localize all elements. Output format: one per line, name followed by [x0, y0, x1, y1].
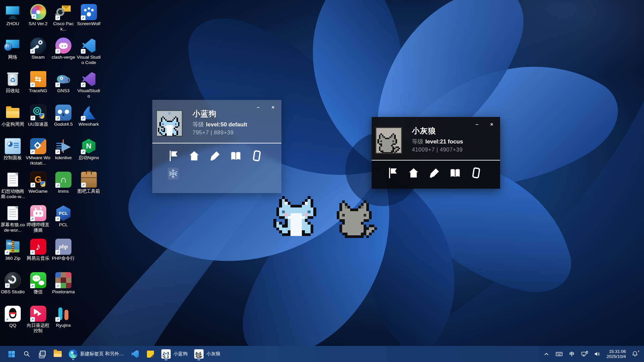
close-button[interactable]: ×	[488, 120, 495, 128]
shortcut-arrow-icon	[55, 317, 60, 322]
pixelorama-icon	[55, 272, 71, 288]
notification-bell-button[interactable]: z	[629, 347, 641, 361]
desktop-icon-weixin[interactable]: 微信	[26, 272, 51, 295]
wired-network-icon	[581, 350, 588, 358]
search-button[interactable]	[20, 347, 34, 361]
desktop-icon-cisco[interactable]: Cisco Pack...	[51, 3, 76, 32]
desktop-icon-vstudio[interactable]: VisualStudio	[76, 70, 101, 99]
desktop-icon-wireshark[interactable]: Wireshark	[76, 104, 101, 127]
shortcut-arrow-icon	[81, 116, 86, 121]
desktop-icon-label: 回收站	[0, 88, 25, 94]
desktop-icon-label: UU加速器	[26, 122, 51, 127]
grey-wolf-window-button[interactable]: 小灰狼	[192, 347, 223, 361]
desktop-icon-obs[interactable]: OBS Studio	[0, 272, 25, 295]
desktop-icon-sunflower[interactable]: 向日葵远程控制	[26, 305, 51, 334]
desktop-icon-netease[interactable]: ♪网易云音乐	[26, 238, 51, 261]
desktop-icon-huishouzhan[interactable]: ♻回收站	[0, 70, 25, 94]
clock-button[interactable]: 15:31:06 2025/10/4	[604, 347, 628, 361]
notification-bell-icon	[631, 350, 639, 358]
desktop-icon-vscode[interactable]: Visual Studio Code	[76, 37, 101, 65]
flag-tool-icon[interactable]	[167, 149, 180, 162]
desktop-icon-zhou[interactable]: ZHOU	[0, 3, 25, 26]
network-button[interactable]	[579, 347, 590, 361]
desktop-icon-traceng[interactable]: ⇆TraceNG	[26, 70, 51, 94]
grey-wolf-pet-sprite[interactable]	[337, 200, 377, 238]
touch-keyboard-button[interactable]	[553, 347, 565, 361]
desktop-icon-pixelorama[interactable]: Pixelorama	[51, 272, 76, 295]
desktop-icon-bili[interactable]: 哔哩哔哩直播姬	[26, 204, 51, 233]
desktop-icon-uu[interactable]: UU加速器	[26, 104, 51, 127]
desktop-icon-label: 哔哩哔哩直播姬	[26, 222, 51, 233]
sai-icon	[30, 4, 46, 20]
desktop-icon-phpcli[interactable]: phpPHP命令行	[51, 238, 76, 261]
notes-taskbar-button[interactable]	[144, 347, 157, 361]
shortcut-arrow-icon	[55, 15, 60, 20]
traceng-icon: ⇆	[30, 71, 46, 87]
desktop-icon-doc1[interactable]: 幻想动物画廊.code-w...	[0, 171, 25, 199]
start-button[interactable]	[5, 347, 18, 361]
desktop-icon-wegame[interactable]: GWeGame	[26, 171, 51, 194]
home-tool-icon[interactable]	[407, 167, 420, 179]
desktop-icon-vmware[interactable]: VMware Workstati...	[26, 137, 51, 166]
desktop-icon-doc2[interactable]: 屏幕有狼.code-wor...	[0, 204, 25, 233]
desktop-icon-gns3[interactable]: GNS3	[51, 70, 76, 94]
desktop-icon-godot[interactable]: Godot4.5	[51, 104, 76, 127]
home-tool-icon[interactable]	[188, 149, 201, 162]
task-view-button[interactable]	[36, 347, 49, 361]
uu-icon	[30, 105, 46, 121]
file-explorer-button[interactable]	[51, 347, 64, 361]
phone-tool-icon[interactable]	[470, 167, 482, 179]
vscode-taskbar-button[interactable]	[128, 347, 142, 361]
shortcut-arrow-icon	[55, 217, 60, 221]
desktop-icon-ryujinx[interactable]: #Ryujinx	[51, 305, 76, 328]
desktop-icon-qq[interactable]: QQ	[0, 305, 25, 328]
level-label: 等级	[412, 138, 423, 145]
minimize-button[interactable]: –	[473, 120, 481, 128]
shortcut-arrow-icon	[55, 82, 60, 87]
desktop-icon-clash[interactable]: clash-verge	[51, 37, 76, 60]
blue-dog-window-button[interactable]: 小蓝狗	[159, 347, 190, 361]
desktop-icon-lmms[interactable]: ∩lmms	[51, 171, 76, 194]
desktop-icon-kdenlive[interactable]: ▶kdenlive	[51, 137, 76, 161]
volume-button[interactable]	[592, 347, 603, 361]
kongzhi-icon	[5, 138, 21, 154]
desktop-icon-tuba[interactable]: 图吧工具箱	[76, 171, 101, 194]
desktop-icon-sai[interactable]: SAI Ver.2	[26, 3, 51, 26]
pet-window-title: 小灰狼	[412, 126, 436, 136]
snowflake-tool-icon[interactable]	[168, 168, 178, 179]
desktop-icon-folderblue[interactable]: 小蓝狗周周	[0, 104, 25, 127]
book-tool-icon[interactable]	[449, 167, 462, 179]
shortcut-arrow-icon	[5, 250, 9, 255]
bili-icon	[30, 205, 46, 221]
tray-overflow-button[interactable]	[541, 347, 552, 361]
close-button[interactable]: ×	[269, 103, 277, 111]
screenwolf-icon	[81, 4, 97, 20]
tray-date: 2025/10/4	[606, 354, 626, 359]
blue-dog-pet-sprite[interactable]	[273, 196, 319, 236]
edge-browser-button[interactable]: 新建标签页 和另外 2 个	[66, 347, 126, 361]
minimize-button[interactable]: –	[255, 103, 262, 111]
desktop-icon-kongzhi[interactable]: 控制面板	[0, 137, 25, 161]
desktop-icon-nginx[interactable]: N启动Nginx	[76, 137, 101, 161]
desktop-icon-label: ZHOU	[0, 21, 25, 26]
shortcut-arrow-icon	[81, 149, 86, 154]
desktop-icon-label: 向日葵远程控制	[26, 323, 51, 334]
wireshark-icon	[81, 105, 97, 121]
desktop-icon-steam[interactable]: Steam	[26, 37, 51, 60]
desktop-icon-zip360[interactable]: 360360 Zip	[0, 238, 25, 261]
taskbar: 新建标签页 和另外 2 个 小蓝狗 小灰狼 中 15:31:06 2025/10…	[0, 346, 644, 362]
desktop-icon-grid: ZHOU网络♻回收站小蓝狗周周控制面板幻想动物画廊.code-w...屏幕有狼.…	[0, 0, 644, 362]
blue-dog-app-icon	[161, 349, 171, 359]
book-tool-icon[interactable]	[229, 149, 242, 162]
desktop-icon-screenwolf[interactable]: ScreenWolf	[76, 3, 101, 26]
tuba-icon	[81, 172, 97, 188]
phone-tool-icon[interactable]	[250, 149, 263, 162]
write-tool-icon[interactable]	[428, 167, 441, 179]
ime-indicator[interactable]: 中	[566, 347, 578, 361]
desktop-icon-pcl[interactable]: PCLPCL	[51, 204, 76, 228]
desktop-icon-wangluo[interactable]: 网络	[0, 37, 25, 60]
pet-toolbar	[386, 167, 482, 179]
write-tool-icon[interactable]	[209, 149, 221, 162]
sunflower-icon	[30, 306, 46, 322]
flag-tool-icon[interactable]	[386, 167, 399, 179]
